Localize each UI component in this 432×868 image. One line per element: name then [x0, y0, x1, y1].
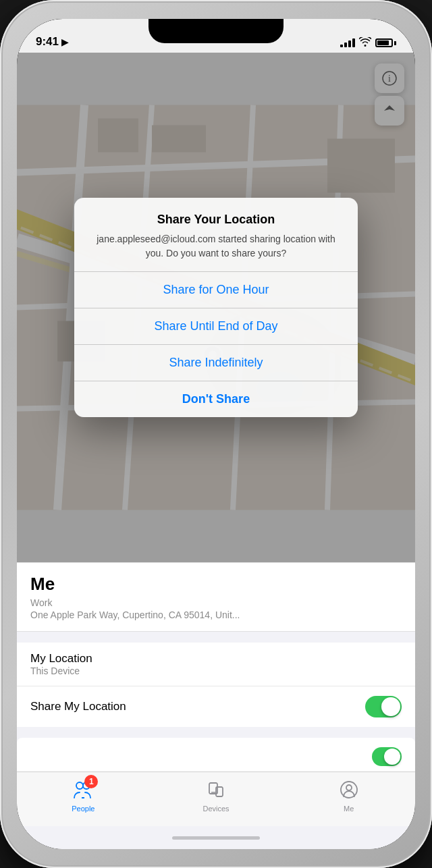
people-badge: 1	[84, 775, 98, 788]
alert-message: jane.appleseed@icloud.com started sharin…	[88, 232, 344, 261]
alert-title: Share Your Location	[88, 213, 344, 227]
map-area: i Share Your Location jane.apples	[17, 53, 415, 562]
screen: 9:41 ▶	[17, 19, 415, 849]
svg-point-23	[76, 782, 83, 789]
signal-icon	[340, 38, 355, 47]
dont-share-button[interactable]: Don't Share	[74, 381, 358, 417]
my-location-row: My Location This Device	[17, 643, 415, 686]
bottom-panel: Me Work One Apple Park Way, Cupertino, C…	[17, 562, 415, 771]
tab-people-label: People	[72, 805, 94, 813]
partial-section	[17, 738, 415, 771]
tab-me[interactable]: Me	[282, 778, 415, 813]
tab-devices[interactable]: Devices	[150, 778, 283, 813]
share-location-toggle[interactable]	[365, 696, 402, 717]
phone-inner: 9:41 ▶	[17, 19, 415, 849]
alert-overlay: Share Your Location jane.appleseed@iclou…	[17, 53, 415, 562]
toggle-knob	[381, 697, 400, 716]
tab-bar: 1 People Devices	[17, 771, 415, 826]
alert-dialog: Share Your Location jane.appleseed@iclou…	[74, 198, 358, 417]
me-icon-wrap	[337, 778, 361, 802]
me-title: Me	[30, 574, 402, 595]
location-row-label: My Location	[30, 652, 92, 666]
people-icon-wrap: 1	[71, 778, 95, 802]
partial-toggle[interactable]	[372, 747, 402, 766]
devices-icon	[207, 780, 225, 799]
home-indicator	[17, 826, 415, 849]
settings-section: My Location This Device Share My Locatio…	[17, 643, 415, 727]
me-icon	[339, 780, 359, 799]
share-location-row: Share My Location	[17, 686, 415, 727]
battery-icon	[375, 38, 396, 47]
status-time: 9:41 ▶	[36, 35, 68, 49]
share-indefinitely-button[interactable]: Share Indefinitely	[74, 345, 358, 381]
notch	[148, 19, 284, 43]
tab-me-label: Me	[344, 805, 354, 813]
tab-people[interactable]: 1 People	[17, 778, 150, 813]
location-arrow-icon: ▶	[61, 37, 68, 47]
wifi-icon	[359, 37, 371, 49]
devices-icon-wrap	[204, 778, 228, 802]
signal-bar-4	[352, 38, 355, 47]
partial-toggle-knob	[384, 749, 400, 765]
partial-row	[17, 738, 415, 771]
home-bar	[172, 836, 260, 840]
signal-bar-2	[344, 43, 347, 47]
signal-bar-1	[340, 45, 343, 47]
share-end-of-day-button[interactable]: Share Until End of Day	[74, 308, 358, 345]
me-work-label: Work	[30, 597, 402, 608]
me-address: One Apple Park Way, Cupertino, CA 95014,…	[30, 609, 402, 620]
tab-devices-label: Devices	[202, 805, 229, 813]
alert-header: Share Your Location jane.appleseed@iclou…	[74, 198, 358, 272]
status-icons	[340, 37, 396, 49]
share-one-hour-button[interactable]: Share for One Hour	[74, 272, 358, 308]
phone-frame: 9:41 ▶	[0, 0, 432, 868]
svg-point-30	[346, 785, 352, 790]
location-row-sub: This Device	[30, 666, 92, 676]
signal-bar-3	[348, 40, 351, 47]
share-location-label: Share My Location	[30, 700, 126, 713]
me-section: Me Work One Apple Park Way, Cupertino, C…	[17, 562, 415, 632]
